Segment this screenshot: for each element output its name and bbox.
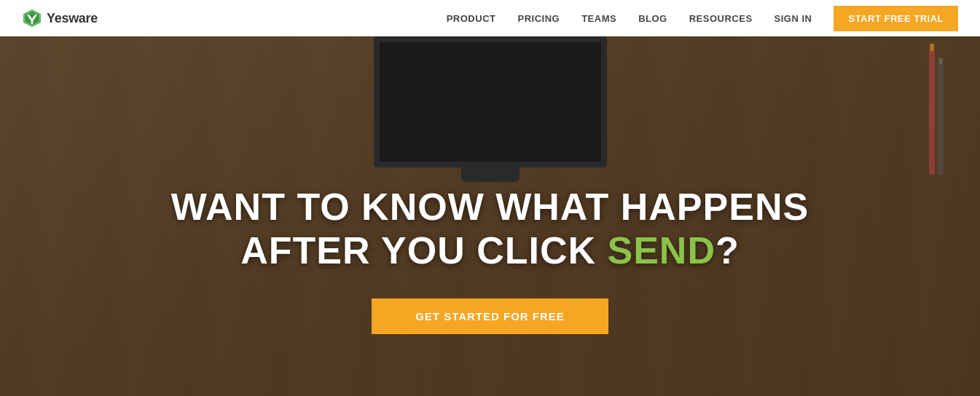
- logo-text: Yesware: [47, 11, 98, 26]
- nav-item-sign-in[interactable]: SIGN IN: [775, 13, 812, 24]
- nav-item-pricing[interactable]: PRICING: [517, 13, 560, 24]
- monitor-screen: [374, 36, 607, 167]
- nav-item-teams[interactable]: TEAMS: [581, 13, 616, 24]
- get-started-button[interactable]: GET STARTED FOR FREE: [372, 298, 608, 334]
- svg-rect-5: [938, 58, 944, 175]
- hero-content: WANT TO KNOW WHAT HAPPENS AFTER YOU CLIC…: [171, 186, 809, 335]
- hero-headline-line2-suffix: ?: [716, 229, 740, 272]
- hero-headline-line2-prefix: AFTER YOU CLICK: [240, 229, 607, 272]
- monitor-stand: [461, 167, 520, 182]
- yesware-logo-icon: [22, 8, 42, 28]
- pencils-decoration: [907, 44, 965, 189]
- monitor-decoration: [374, 36, 607, 182]
- nav: PRODUCT PRICING TEAMS BLOG RESOURCES SIG…: [447, 13, 812, 24]
- nav-item-blog[interactable]: BLOG: [638, 13, 667, 24]
- hero-headline-send: SEND: [608, 229, 716, 272]
- hero-headline-line1: WANT TO KNOW WHAT HAPPENS: [171, 186, 809, 228]
- nav-item-product[interactable]: PRODUCT: [447, 13, 496, 24]
- start-trial-button[interactable]: START FREE TRIAL: [834, 6, 958, 31]
- hero-headline: WANT TO KNOW WHAT HAPPENS AFTER YOU CLIC…: [171, 186, 809, 273]
- svg-rect-4: [930, 44, 933, 51]
- logo-area[interactable]: Yesware: [22, 8, 98, 28]
- svg-rect-3: [929, 44, 935, 175]
- nav-item-resources[interactable]: RESOURCES: [689, 13, 753, 24]
- header: Yesware PRODUCT PRICING TEAMS BLOG RESOU…: [0, 0, 980, 36]
- svg-rect-6: [939, 58, 942, 64]
- hero-section: WANT TO KNOW WHAT HAPPENS AFTER YOU CLIC…: [0, 0, 980, 396]
